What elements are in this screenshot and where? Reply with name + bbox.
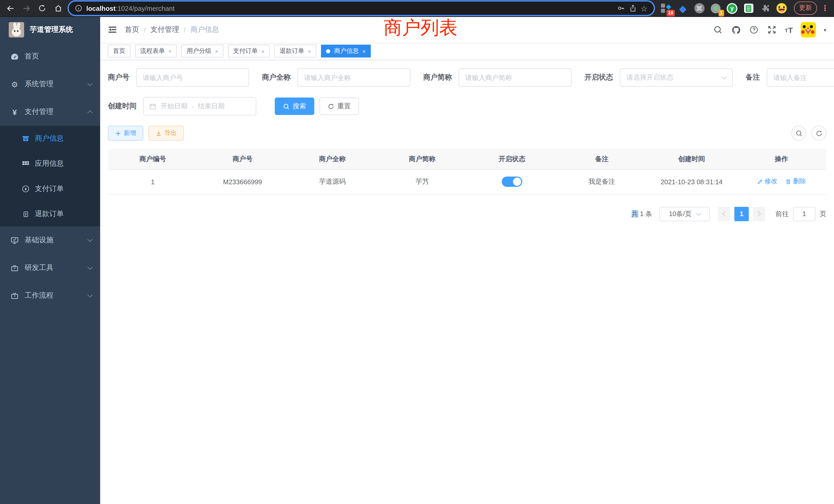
notes-extension-icon[interactable] xyxy=(743,2,754,14)
back-icon[interactable] xyxy=(5,3,16,13)
main-area: 商户列表 首页 / 支付管理 / 商户信息 xyxy=(100,17,834,504)
github-icon[interactable] xyxy=(731,25,741,35)
sidebar-item-refund-order[interactable]: 退款订单 xyxy=(0,201,100,226)
edit-link[interactable]: 修改 xyxy=(757,177,777,186)
close-icon[interactable]: × xyxy=(261,48,265,54)
address-bar[interactable]: localhost:1024/pay/merchant ☆ xyxy=(69,2,654,15)
page-1-button[interactable]: 1 xyxy=(734,207,749,221)
tab-process-form[interactable]: 流程表单× xyxy=(135,45,177,58)
sidebar-item-home[interactable]: 首页 xyxy=(0,43,100,70)
chevron-right-icon xyxy=(756,211,761,216)
bookmark-star-icon[interactable]: ☆ xyxy=(641,4,648,12)
plus-icon xyxy=(115,130,121,136)
close-icon[interactable]: × xyxy=(308,48,311,54)
share-icon[interactable] xyxy=(629,4,637,12)
blocks-extension-icon[interactable]: ◆ 10 xyxy=(660,2,672,14)
emoji-extension-icon[interactable] xyxy=(775,2,787,14)
download-icon xyxy=(156,130,162,136)
sidebar-item-workflow[interactable]: 工作流程 xyxy=(0,282,100,310)
search-button[interactable]: 搜索 xyxy=(275,97,314,115)
coin-yen-icon: ¥ xyxy=(21,184,30,193)
sidebar-item-infra[interactable]: 基础设施 xyxy=(0,226,100,254)
breadcrumb-pay[interactable]: 支付管理 xyxy=(151,25,179,35)
sidebar-item-label: 工作流程 xyxy=(25,291,53,300)
browser-toolbar: localhost:1024/pay/merchant ☆ ◆ 10 ◆ ⌘ xyxy=(0,0,834,17)
sidebar-item-system[interactable]: ⚙ 系统管理 xyxy=(0,70,100,98)
help-icon[interactable] xyxy=(749,25,759,35)
user-avatar[interactable] xyxy=(800,22,816,38)
create-time-range-picker[interactable]: 开始日期 - 结束日期 xyxy=(143,97,256,115)
tab-merchant-info[interactable]: 商户信息× xyxy=(321,45,371,58)
tab-home[interactable]: 首页 xyxy=(108,45,130,58)
fullscreen-icon[interactable] xyxy=(767,25,777,35)
filter-label: 开启状态 xyxy=(585,73,613,82)
add-button[interactable]: 新增 xyxy=(108,126,143,141)
extensions-puzzle-icon[interactable] xyxy=(759,2,771,14)
reload-icon[interactable] xyxy=(37,3,47,13)
chevron-down-icon xyxy=(696,211,701,216)
tab-refund-order[interactable]: 退款订单× xyxy=(275,45,316,58)
delete-link[interactable]: 删除 xyxy=(786,177,806,186)
tab-user-group[interactable]: 用户分组× xyxy=(181,45,223,58)
status-select[interactable]: 请选择开启状态 xyxy=(620,68,733,87)
recorder-extension-icon[interactable]: 1 xyxy=(710,2,722,14)
password-key-icon[interactable] xyxy=(616,4,625,12)
command-extension-icon[interactable]: ⌘ xyxy=(693,2,705,14)
refresh-table-button[interactable] xyxy=(811,126,826,141)
chevron-down-icon xyxy=(87,81,92,86)
briefcase-icon xyxy=(10,291,19,300)
page-size-select[interactable]: 10条/页 xyxy=(659,207,710,221)
next-page-button[interactable] xyxy=(753,207,765,221)
column-header: 商户编号 xyxy=(108,149,198,169)
show-search-toggle-button[interactable] xyxy=(791,126,806,141)
sidebar-item-merchant-info[interactable]: 商户信息 xyxy=(0,126,100,151)
app-frame: 芋道管理系统 首页 ⚙ 系统管理 ¥ 支付管理 xyxy=(0,17,834,504)
status-toggle[interactable] xyxy=(502,177,522,187)
close-icon[interactable]: × xyxy=(169,48,172,54)
avatar-caret-icon[interactable]: ▾ xyxy=(824,27,826,32)
tab-pay-order[interactable]: 支付订单× xyxy=(228,45,270,58)
yen-icon: ¥ xyxy=(10,108,19,116)
sidebar-item-pay-order[interactable]: ¥ 支付订单 xyxy=(0,176,100,201)
merchant-no-input[interactable] xyxy=(136,68,249,87)
filter-merchant-no: 商户号 xyxy=(108,68,249,87)
close-icon[interactable]: × xyxy=(215,48,218,54)
y-extension-icon[interactable]: y xyxy=(726,2,738,14)
browser-update-button[interactable]: 更新 xyxy=(794,2,817,15)
cell-merchant-name: 芋道源码 xyxy=(288,169,377,194)
sidebar-item-label: 应用信息 xyxy=(35,159,64,168)
search-icon xyxy=(283,103,290,110)
sidebar-item-dev-tools[interactable]: 研发工具 xyxy=(0,254,100,282)
close-icon[interactable]: × xyxy=(363,48,366,54)
sidebar-item-app-info[interactable]: 应用信息 xyxy=(0,151,100,176)
forward-icon[interactable] xyxy=(21,3,31,13)
filter-label: 创建时间 xyxy=(108,101,137,111)
page-content: 商户号 商户全称 商户简称 开启状态 请选择开启状态 xyxy=(100,60,834,504)
search-icon[interactable] xyxy=(713,25,723,35)
remark-input[interactable] xyxy=(767,68,834,87)
font-size-icon[interactable]: TT xyxy=(785,26,793,33)
home-icon[interactable] xyxy=(53,3,63,13)
sidebar-menu: 首页 ⚙ 系统管理 ¥ 支付管理 xyxy=(0,43,100,504)
sidebar-item-pay[interactable]: ¥ 支付管理 xyxy=(0,98,100,126)
column-header: 商户号 xyxy=(198,149,288,169)
app-logo-row[interactable]: 芋道管理系统 xyxy=(0,17,100,43)
merchant-name-input[interactable] xyxy=(297,68,410,87)
gem-extension-icon[interactable]: ◆ xyxy=(677,2,689,14)
pagination-total: 共 1 条 xyxy=(631,209,652,219)
sidebar-collapse-icon[interactable] xyxy=(108,25,117,35)
refresh-icon xyxy=(815,130,822,137)
site-info-icon[interactable] xyxy=(75,5,82,12)
filter-label: 商户号 xyxy=(108,73,129,82)
goto-page-input[interactable] xyxy=(793,207,815,221)
prev-page-button[interactable] xyxy=(718,207,730,221)
reset-button[interactable]: 重置 xyxy=(320,97,359,115)
extension-badge: 1 xyxy=(719,9,724,16)
export-button[interactable]: 导出 xyxy=(148,126,184,141)
cell-remark: 我是备注 xyxy=(557,169,647,194)
cell-create-time: 2021-10-23 08:31:14 xyxy=(647,169,737,194)
merchant-short-name-input[interactable] xyxy=(459,68,572,87)
breadcrumb-home[interactable]: 首页 xyxy=(125,25,139,35)
browser-menu-icon[interactable]: ⋮ xyxy=(821,4,829,13)
sidebar-item-label: 退款订单 xyxy=(35,209,64,219)
